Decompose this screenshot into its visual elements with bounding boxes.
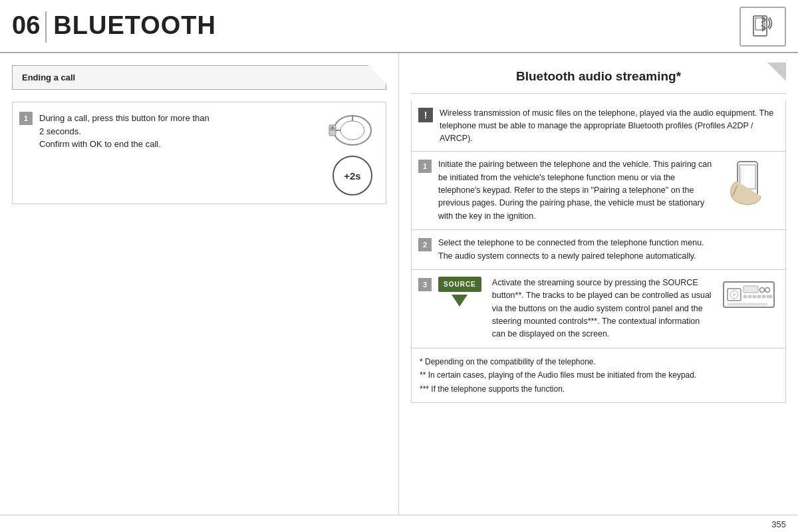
footnote-3: *** If the telephone supports the functi… [420,382,777,396]
audio-device-icon [722,277,775,313]
header-title-area: 06 BLUETOOTH [0,11,216,43]
right-step-2-line1: Select the telephone to be connected fro… [438,238,704,247]
footnotes: * Depending on the compatibility of the … [411,348,786,403]
steering-wheel-icon [326,110,379,150]
step-1-text: During a call, press this button for mor… [39,110,314,151]
info-box: ! Wireless transmission of music files o… [411,100,786,152]
svg-rect-24 [743,295,747,298]
page-number: 355 [0,515,798,532]
step-1-line2: 2 seconds. [39,126,81,136]
right-step-2-text: Select the telephone to be connected fro… [438,237,779,263]
right-steps: 1 Initiate the pairing between the telep… [411,152,786,348]
info-text: Wireless transmission of music files on … [440,107,779,144]
plus2s-label: +2s [344,170,360,182]
step-1-images: +2s [326,110,379,196]
svg-rect-28 [762,295,765,298]
source-arrow-icon [452,295,467,307]
right-step-3-text: SOURCE Activate the streaming source by … [438,277,712,341]
svg-rect-21 [743,286,758,293]
source-button: SOURCE [438,277,481,293]
page-header: 06 BLUETOOTH [0,0,798,53]
svg-rect-29 [767,295,772,298]
content-area: Ending a call 1 During a call, press thi… [0,53,798,515]
ending-call-title: Ending a call [22,72,75,82]
svg-rect-30 [728,303,767,305]
step-1-line1: During a call, press this button for mor… [39,113,209,123]
right-step-2: 2 Select the telephone to be connected f… [412,230,785,270]
left-panel: Ending a call 1 During a call, press thi… [0,53,399,515]
info-badge: ! [418,108,433,122]
bt-device-svg [748,12,777,41]
right-step-1-image [719,158,779,211]
section-title: Bluetooth audio streaming* [516,69,681,83]
svg-rect-26 [753,295,756,298]
ending-call-section: Ending a call [12,65,386,90]
section-title-box: Bluetooth audio streaming* [411,63,786,94]
right-step-3-image [719,277,779,313]
svg-point-22 [760,287,765,292]
right-step-1-badge: 1 [418,160,432,173]
footnote-1: * Depending on the compatibility of the … [420,355,777,368]
svg-point-20 [733,293,735,296]
page-number-value: 355 [771,519,786,529]
step-1-line3: Confirm with OK to end the call. [39,139,161,149]
phone-icon [724,158,774,211]
right-panel: Bluetooth audio streaming* ! Wireless tr… [399,53,798,515]
svg-rect-27 [757,295,761,298]
right-step-1: 1 Initiate the pairing between the telep… [412,152,785,230]
plus2s-badge: +2s [332,156,372,196]
right-step-2-badge: 2 [418,238,432,251]
page-title: BLUETOOTH [47,11,216,43]
source-area: SOURCE [438,277,481,307]
step-1-badge: 1 [19,112,33,125]
step-1-row: 1 During a call, press this button for m… [12,102,386,204]
step-3-text: Activate the streaming source by pressin… [492,277,712,341]
svg-point-23 [765,287,770,292]
right-step-3-badge: 3 [418,278,432,291]
svg-rect-25 [748,295,751,298]
right-step-3: 3 SOURCE Activate the streaming source b… [412,270,785,348]
right-step-1-text: Initiate the pairing between the telepho… [438,158,712,223]
right-step-2-line2: The audio system connects to a newly pai… [438,251,696,261]
svg-rect-1 [755,18,765,30]
bluetooth-device-icon [739,7,786,47]
chapter-number: 06 [0,11,47,43]
footnote-2: ** In certain cases, playing of the Audi… [420,368,777,382]
svg-point-3 [340,121,364,140]
